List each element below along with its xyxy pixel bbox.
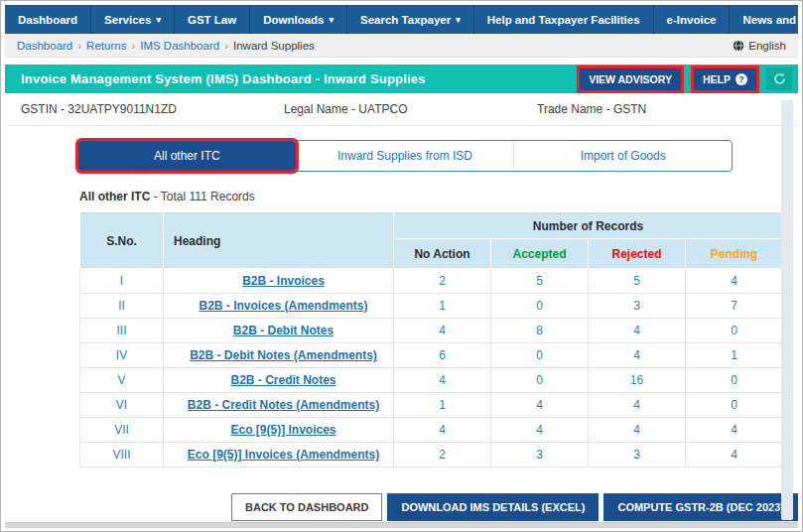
trade-name-value: Trade Name - GSTN bbox=[537, 102, 646, 116]
compute-gstr2b-button[interactable]: COMPUTE GSTR-2B (DEC 2023) bbox=[603, 493, 797, 521]
row-sno: III bbox=[80, 319, 164, 343]
download-ims-details-button[interactable]: DOWNLOAD IMS DETAILS (EXCEL) bbox=[387, 493, 599, 521]
records-summary-title: All other ITC bbox=[79, 190, 150, 203]
footer-actions: BACK TO DASHBOARD DOWNLOAD IMS DETAILS (… bbox=[231, 493, 798, 521]
table-row: V B2B - Credit Notes 4 0 16 0 bbox=[80, 368, 783, 393]
nav-item-label: Help and Taxpayer Facilities bbox=[487, 14, 640, 26]
chevron-down-icon: ▾ bbox=[156, 15, 161, 25]
help-button[interactable]: HELP ? bbox=[694, 68, 756, 90]
tab[interactable]: All other ITC bbox=[78, 141, 296, 171]
row-accepted-count[interactable]: 5 bbox=[491, 269, 589, 294]
row-rejected-count[interactable]: 4 bbox=[589, 393, 686, 418]
nav-item-label: Downloads bbox=[263, 14, 324, 26]
row-accepted-count[interactable]: 0 bbox=[491, 368, 589, 393]
row-pending-count[interactable]: 4 bbox=[686, 443, 783, 467]
browser-page: Dashboard ▾ Services ▾ GST Law ▾ Downloa… bbox=[0, 0, 803, 532]
row-no-action-count[interactable]: 1 bbox=[394, 393, 491, 418]
row-no-action-count[interactable]: 4 bbox=[394, 368, 491, 393]
breadcrumb-separator-icon: › bbox=[77, 40, 81, 52]
row-pending-count[interactable]: 1 bbox=[686, 343, 783, 368]
row-pending-count[interactable]: 7 bbox=[686, 294, 783, 319]
row-accepted-count[interactable]: 4 bbox=[491, 418, 589, 443]
row-pending-count[interactable]: 0 bbox=[686, 393, 783, 418]
view-advisory-label: VIEW ADVISORY bbox=[589, 73, 672, 85]
breadcrumb-current: Inward Supplies bbox=[233, 40, 315, 52]
row-heading-link[interactable]: B2B - Credit Notes (Amendments) bbox=[188, 398, 379, 412]
tab[interactable]: Import of Goods bbox=[513, 141, 732, 171]
row-no-action-count[interactable]: 6 bbox=[394, 343, 491, 368]
nav-item[interactable]: e-Invoice ▾ bbox=[654, 5, 731, 34]
nav-item[interactable]: Dashboard ▾ bbox=[5, 5, 91, 34]
back-to-dashboard-button[interactable]: BACK TO DASHBOARD bbox=[231, 493, 382, 521]
breadcrumb: Dashboard › Returns › IMS Dashboard › In… bbox=[5, 34, 798, 58]
row-pending-count[interactable]: 0 bbox=[686, 319, 783, 343]
breadcrumb-link[interactable]: Returns bbox=[86, 40, 126, 52]
globe-icon bbox=[733, 40, 744, 52]
row-heading-link[interactable]: Eco [9(5)] Invoices (Amendments) bbox=[188, 448, 379, 462]
tab-label: Import of Goods bbox=[581, 149, 666, 163]
nav-item[interactable]: GST Law ▾ bbox=[175, 5, 250, 34]
gstin-value: GSTIN - 32UATPY9011N1ZD bbox=[21, 102, 284, 116]
refresh-button[interactable] bbox=[766, 67, 792, 90]
table-row: III B2B - Debit Notes 4 8 4 0 bbox=[80, 319, 783, 343]
row-accepted-count[interactable]: 8 bbox=[491, 319, 589, 343]
row-accepted-count[interactable]: 0 bbox=[491, 343, 589, 368]
horizontal-scrollbar[interactable] bbox=[5, 522, 798, 528]
row-rejected-count[interactable]: 4 bbox=[589, 418, 686, 443]
tab-label: All other ITC bbox=[154, 149, 220, 163]
page-title: Invoice Management System (IMS) Dashboar… bbox=[21, 71, 426, 86]
table-row: IV B2B - Debit Notes (Amendments) 6 0 4 … bbox=[80, 343, 783, 368]
view-advisory-button[interactable]: VIEW ADVISORY bbox=[580, 68, 681, 90]
nav-item[interactable]: News and Updates ▾ bbox=[730, 5, 803, 34]
row-heading-link[interactable]: B2B - Invoices (Amendments) bbox=[199, 299, 367, 313]
row-pending-count[interactable]: 0 bbox=[686, 368, 783, 393]
nav-item[interactable]: Downloads ▾ bbox=[250, 5, 347, 34]
column-header-heading: Heading bbox=[164, 213, 394, 269]
table-row: VI B2B - Credit Notes (Amendments) 1 4 4… bbox=[80, 393, 783, 418]
breadcrumb-link[interactable]: Dashboard bbox=[17, 40, 72, 52]
row-no-action-count[interactable]: 2 bbox=[394, 443, 491, 467]
records-summary-suffix: - Total 111 Records bbox=[150, 190, 254, 203]
chevron-down-icon: ▾ bbox=[456, 15, 461, 25]
row-accepted-count[interactable]: 4 bbox=[491, 393, 589, 418]
table-row: II B2B - Invoices (Amendments) 1 0 3 7 bbox=[80, 294, 783, 319]
row-rejected-count[interactable]: 3 bbox=[589, 443, 686, 467]
column-header-status: No Action bbox=[394, 239, 491, 269]
nav-item-label: Services bbox=[104, 14, 151, 26]
row-no-action-count[interactable]: 4 bbox=[394, 319, 491, 343]
row-sno: IV bbox=[80, 343, 164, 368]
breadcrumb-link[interactable]: IMS Dashboard bbox=[140, 40, 219, 52]
row-pending-count[interactable]: 4 bbox=[686, 269, 783, 294]
nav-item[interactable]: Help and Taxpayer Facilities ▾ bbox=[474, 5, 654, 34]
nav-item-label: Search Taxpayer bbox=[360, 14, 451, 26]
row-sno: VI bbox=[80, 393, 164, 418]
row-rejected-count[interactable]: 4 bbox=[589, 343, 686, 368]
row-heading-link[interactable]: B2B - Invoices bbox=[242, 274, 325, 288]
row-heading-link[interactable]: Eco [9(5)] Invoices bbox=[230, 423, 335, 437]
row-heading-link[interactable]: B2B - Credit Notes bbox=[230, 373, 335, 387]
row-rejected-count[interactable]: 5 bbox=[589, 269, 686, 294]
itc-tabs: All other ITC Inward Supplies from ISD I… bbox=[77, 140, 733, 172]
nav-item[interactable]: Search Taxpayer ▾ bbox=[347, 5, 474, 34]
row-heading-link[interactable]: B2B - Debit Notes bbox=[233, 324, 334, 337]
row-rejected-count[interactable]: 3 bbox=[589, 294, 686, 319]
row-no-action-count[interactable]: 4 bbox=[394, 418, 491, 443]
help-label: HELP bbox=[703, 73, 731, 85]
vertical-scrollbar[interactable] bbox=[781, 100, 793, 520]
table-row: I B2B - Invoices 2 5 5 4 bbox=[80, 269, 783, 294]
row-rejected-count[interactable]: 16 bbox=[589, 368, 686, 393]
row-no-action-count[interactable]: 2 bbox=[394, 269, 491, 294]
row-accepted-count[interactable]: 3 bbox=[491, 443, 589, 467]
row-no-action-count[interactable]: 1 bbox=[394, 294, 491, 319]
row-pending-count[interactable]: 4 bbox=[686, 418, 783, 443]
row-heading-link[interactable]: B2B - Debit Notes (Amendments) bbox=[190, 348, 377, 362]
row-accepted-count[interactable]: 0 bbox=[491, 294, 589, 319]
tab-label: Inward Supplies from ISD bbox=[337, 149, 472, 163]
column-header-status: Rejected bbox=[589, 239, 686, 269]
tab[interactable]: Inward Supplies from ISD bbox=[296, 141, 514, 171]
refresh-icon bbox=[773, 72, 786, 85]
nav-item[interactable]: Services ▾ bbox=[91, 5, 175, 34]
row-rejected-count[interactable]: 4 bbox=[589, 319, 686, 343]
language-selector[interactable]: English bbox=[733, 40, 786, 52]
taxpayer-info: GSTIN - 32UATPY9011N1ZD Legal Name - UAT… bbox=[5, 93, 798, 126]
